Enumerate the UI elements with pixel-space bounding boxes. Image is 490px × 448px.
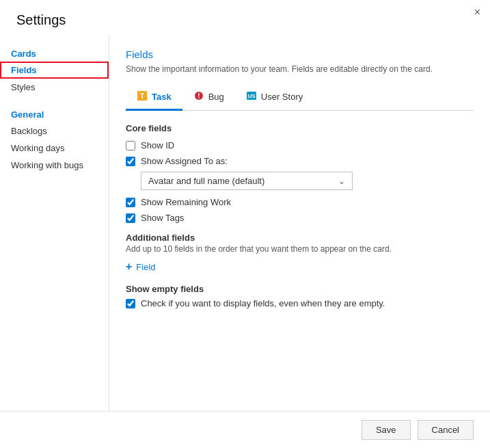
sidebar-item-styles[interactable]: Styles (0, 79, 109, 96)
sidebar-item-fields[interactable]: Fields (0, 62, 109, 79)
main-content: Fields Show the important information to… (109, 35, 490, 411)
tab-user-story[interactable]: US User Story (235, 85, 314, 111)
assigned-to-dropdown-wrapper: Avatar and full name (default) ⌄ (141, 172, 474, 190)
show-empty-fields-checkbox[interactable] (126, 299, 135, 308)
show-id-checkbox[interactable] (126, 141, 135, 150)
chevron-down-icon: ⌄ (338, 176, 345, 186)
show-empty-fields-row: Check if you want to display fields, eve… (126, 298, 474, 308)
tab-task[interactable]: T Task (126, 85, 182, 111)
svg-text:US: US (247, 93, 256, 99)
tab-bug-label: Bug (208, 92, 224, 102)
svg-text:T: T (140, 92, 144, 100)
add-field-label: Field (136, 262, 155, 272)
bug-icon: ! (193, 90, 204, 103)
sidebar-item-working-days[interactable]: Working days (0, 140, 109, 157)
additional-fields-desc: Add up to 10 fields in the order that yo… (126, 244, 474, 254)
plus-icon: + (126, 261, 132, 273)
assigned-to-dropdown[interactable]: Avatar and full name (default) ⌄ (141, 172, 353, 190)
show-assigned-to-checkbox[interactable] (126, 157, 135, 166)
core-fields-heading: Core fields (126, 123, 474, 133)
tab-user-story-label: User Story (261, 92, 303, 102)
additional-fields-heading: Additional fields (126, 233, 474, 243)
sidebar-item-working-with-bugs[interactable]: Working with bugs (0, 157, 109, 174)
show-remaining-work-checkbox[interactable] (126, 198, 135, 207)
svg-text:!: ! (198, 92, 200, 100)
dialog-body: Cards Fields Styles General Backlogs Wor… (0, 35, 490, 411)
show-tags-label: Show Tags (141, 213, 184, 223)
show-tags-row: Show Tags (126, 213, 474, 223)
show-assigned-to-label: Show Assigned To as: (141, 156, 228, 166)
close-button[interactable]: × (474, 7, 480, 18)
section-desc: Show the important information to your t… (126, 64, 474, 74)
dialog-footer: Save Cancel (0, 411, 490, 448)
show-id-row: Show ID (126, 140, 474, 150)
sidebar-section-general: General (0, 103, 109, 122)
section-title: Fields (126, 49, 474, 60)
dialog-title: Settings (0, 0, 490, 35)
show-empty-fields-heading: Show empty fields (126, 284, 474, 294)
show-remaining-work-label: Show Remaining Work (141, 197, 231, 207)
show-id-label: Show ID (141, 140, 174, 150)
tab-task-label: Task (152, 92, 172, 102)
dropdown-value: Avatar and full name (default) (148, 176, 264, 186)
save-button[interactable]: Save (362, 420, 411, 440)
settings-dialog: × Settings Cards Fields Styles General B… (0, 0, 490, 448)
tab-bug[interactable]: ! Bug (182, 85, 235, 111)
sidebar-item-backlogs[interactable]: Backlogs (0, 122, 109, 140)
tab-bar: T Task ! Bug (126, 85, 474, 111)
show-remaining-work-row: Show Remaining Work (126, 197, 474, 207)
sidebar-section-cards: Cards (0, 42, 109, 62)
show-tags-checkbox[interactable] (126, 213, 135, 223)
show-empty-fields-label: Check if you want to display fields, eve… (141, 298, 385, 308)
userstory-icon: US (246, 90, 257, 103)
show-assigned-to-row: Show Assigned To as: (126, 156, 474, 166)
task-icon: T (137, 90, 148, 103)
sidebar: Cards Fields Styles General Backlogs Wor… (0, 35, 109, 411)
cancel-button[interactable]: Cancel (418, 420, 474, 440)
add-field-button[interactable]: + Field (126, 261, 156, 273)
